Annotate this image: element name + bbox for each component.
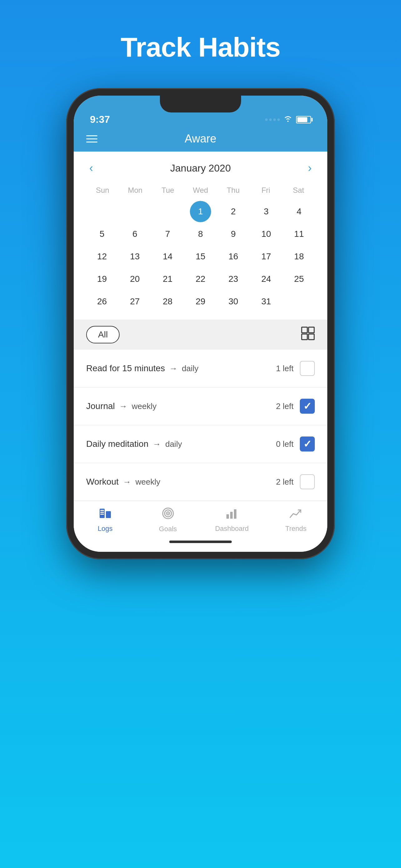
calendar-next-button[interactable]: › <box>305 161 315 175</box>
calendar-date[interactable]: 12 <box>92 246 113 267</box>
habit-info: Read for 15 minutes → daily <box>86 363 276 373</box>
habit-checkbox[interactable] <box>300 474 315 489</box>
tab-logs[interactable]: Logs <box>90 507 121 533</box>
calendar-date[interactable]: 14 <box>157 246 178 267</box>
habit-count: 2 left <box>276 477 294 487</box>
day-sun: Sun <box>86 183 119 197</box>
calendar-date[interactable]: 22 <box>190 269 211 290</box>
habit-info: Journal → weekly <box>86 401 276 411</box>
menu-icon[interactable] <box>86 135 97 143</box>
calendar-date[interactable]: 7 <box>157 223 178 245</box>
goals-icon <box>162 507 174 522</box>
calendar-date[interactable]: 17 <box>256 246 277 267</box>
svg-rect-7 <box>100 512 104 513</box>
calendar-date[interactable]: 11 <box>288 223 309 245</box>
expand-icon[interactable] <box>301 327 315 343</box>
habit-right: 2 left ✓ <box>276 399 315 414</box>
calendar-grid: Sun Mon Tue Wed Thu Fri Sat 1 2 3 4 <box>86 183 315 312</box>
signal-icon <box>265 118 280 121</box>
list-item[interactable]: Journal → weekly 2 left ✓ <box>74 388 327 425</box>
svg-rect-14 <box>230 512 233 519</box>
phone-screen: 9:37 <box>74 96 327 552</box>
habit-info: Daily meditation → daily <box>86 439 276 449</box>
calendar-date[interactable]: 4 <box>288 201 309 222</box>
habit-checkbox[interactable] <box>300 361 315 376</box>
svg-rect-5 <box>106 511 111 518</box>
tab-trends-label: Trends <box>286 525 307 533</box>
calendar-date[interactable]: 24 <box>256 269 277 290</box>
habit-arrow: → <box>123 477 131 487</box>
calendar-date[interactable]: 2 <box>223 201 244 222</box>
day-mon: Mon <box>119 183 152 197</box>
battery-icon <box>296 116 311 123</box>
trends-icon <box>290 507 302 522</box>
nav-bar: Aware <box>74 128 327 152</box>
tab-logs-label: Logs <box>98 525 113 533</box>
nav-title: Aware <box>185 132 216 145</box>
notch <box>160 96 241 113</box>
calendar-date[interactable]: 9 <box>223 223 244 245</box>
calendar-date[interactable]: 5 <box>92 223 113 245</box>
list-item[interactable]: Read for 15 minutes → daily 1 left <box>74 350 327 388</box>
calendar-date[interactable]: 13 <box>124 246 145 267</box>
page-title: Track Habits <box>121 31 280 63</box>
list-item[interactable]: Workout → weekly 2 left <box>74 463 327 501</box>
calendar-date[interactable]: 28 <box>157 291 178 312</box>
calendar-date[interactable]: 23 <box>223 269 244 290</box>
calendar-date[interactable]: 26 <box>92 291 113 312</box>
habit-count: 2 left <box>276 402 294 411</box>
tab-goals[interactable]: Goals <box>153 507 183 533</box>
wifi-icon <box>283 115 292 124</box>
checkmark-icon: ✓ <box>303 439 312 449</box>
habit-name: Read for 15 minutes <box>86 363 165 373</box>
habit-right: 1 left <box>276 361 315 376</box>
habit-checkbox-checked[interactable]: ✓ <box>300 399 315 414</box>
calendar-date[interactable]: 21 <box>157 269 178 290</box>
svg-rect-6 <box>100 510 104 511</box>
tab-goals-label: Goals <box>159 525 177 533</box>
habits-list: Read for 15 minutes → daily 1 left Journ… <box>74 350 327 501</box>
calendar-header: ‹ January 2020 › <box>86 161 315 175</box>
calendar-date[interactable]: 8 <box>190 223 211 245</box>
calendar-date[interactable]: 15 <box>190 246 211 267</box>
tab-trends[interactable]: Trends <box>280 507 311 533</box>
logs-icon <box>99 507 111 522</box>
habits-section: All Read for 15 minutes → da <box>74 320 327 501</box>
habit-frequency: daily <box>165 439 182 449</box>
filter-all-button[interactable]: All <box>86 326 120 343</box>
calendar-date[interactable]: 3 <box>256 201 277 222</box>
checkmark-icon: ✓ <box>303 401 312 411</box>
calendar-prev-button[interactable]: ‹ <box>86 161 96 175</box>
habit-checkbox-checked[interactable]: ✓ <box>300 436 315 452</box>
calendar-date[interactable]: 6 <box>124 223 145 245</box>
list-item[interactable]: Daily meditation → daily 0 left ✓ <box>74 425 327 463</box>
calendar-date[interactable]: 25 <box>288 269 309 290</box>
calendar-date <box>92 201 113 222</box>
calendar-date-today[interactable]: 1 <box>190 201 211 222</box>
calendar-date[interactable]: 31 <box>256 291 277 312</box>
calendar-date[interactable]: 19 <box>92 269 113 290</box>
svg-rect-0 <box>302 327 307 333</box>
habit-count: 0 left <box>276 439 294 449</box>
svg-rect-8 <box>100 514 104 515</box>
tab-dashboard[interactable]: Dashboard <box>215 507 249 533</box>
status-icons <box>265 115 311 124</box>
calendar-date <box>288 291 309 312</box>
day-wed: Wed <box>184 183 217 197</box>
calendar-date <box>157 201 178 222</box>
svg-point-12 <box>167 513 169 514</box>
habit-name: Journal <box>86 401 115 411</box>
calendar-date[interactable]: 20 <box>124 269 145 290</box>
calendar-date[interactable]: 18 <box>288 246 309 267</box>
calendar-date[interactable]: 16 <box>223 246 244 267</box>
calendar-date[interactable]: 10 <box>256 223 277 245</box>
calendar-date[interactable]: 29 <box>190 291 211 312</box>
habits-filter-bar: All <box>74 320 327 350</box>
habit-right: 0 left ✓ <box>276 436 315 452</box>
svg-rect-2 <box>302 334 307 340</box>
svg-rect-1 <box>308 327 314 333</box>
habit-arrow: → <box>119 402 127 411</box>
habit-name: Daily meditation <box>86 439 148 449</box>
calendar-date[interactable]: 27 <box>124 291 145 312</box>
calendar-date[interactable]: 30 <box>223 291 244 312</box>
